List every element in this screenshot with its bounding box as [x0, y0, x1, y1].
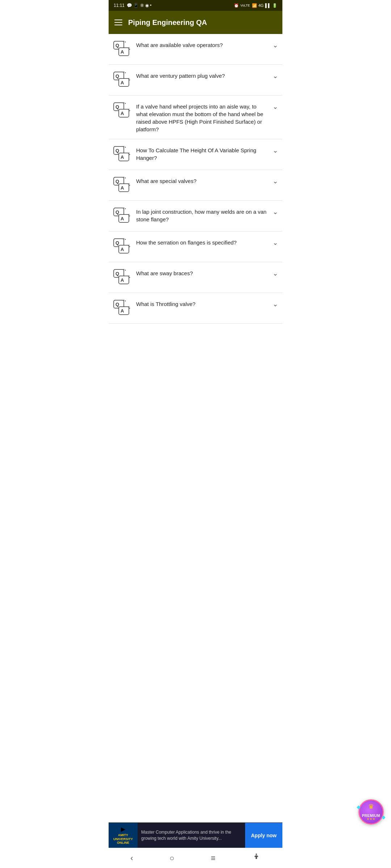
svg-point-16	[129, 80, 130, 81]
svg-text:Q: Q	[115, 43, 119, 48]
signal-icon: ▌▌	[265, 3, 271, 8]
qa-icon-5: Q A	[113, 176, 132, 195]
faq-question-4: How To Calculate The Height Of A Variabl…	[136, 145, 268, 162]
faq-item-3[interactable]: Q A If a valve hand wheel projects into …	[109, 95, 282, 139]
faq-item-8[interactable]: Q A What are sway braces?⌄	[109, 262, 282, 293]
svg-point-39	[129, 183, 130, 184]
status-right: ⏰ VoLTE 📶 4G ▌▌ 🔋	[234, 3, 277, 8]
home-icon: ○	[169, 854, 174, 863]
svg-point-56	[129, 246, 130, 247]
faq-item-2[interactable]: Q A What are ventury pattern plug valve?…	[109, 65, 282, 95]
menu-icon: ≡	[211, 854, 215, 863]
svg-point-24	[129, 110, 130, 111]
svg-point-73	[256, 854, 257, 855]
svg-text:A: A	[121, 111, 124, 116]
chevron-down-icon-6: ⌄	[273, 207, 278, 216]
qa-icon-1: Q A	[113, 40, 132, 59]
faq-item-9[interactable]: Q A What is Throttling valve?⌄	[109, 293, 282, 324]
svg-point-40	[129, 185, 130, 186]
svg-point-47	[129, 214, 130, 215]
svg-point-8	[129, 49, 130, 50]
faq-question-5: What are special valves?	[136, 176, 268, 185]
status-left: 11:11 💬 📱 ⑧ ◉ •	[114, 3, 152, 8]
svg-text:Q: Q	[115, 271, 119, 276]
ad-banner: ▶ AMITYUNIVERSITYONLINE Master Computer …	[109, 822, 282, 848]
qa-icon-8: Q A	[113, 268, 132, 287]
faq-item-7[interactable]: Q A How the serration on flanges is spec…	[109, 231, 282, 262]
qa-icon-6: Q A	[113, 207, 132, 225]
wifi-icon: 📶	[252, 3, 257, 8]
chevron-down-icon-3: ⌄	[273, 101, 278, 111]
svg-point-23	[129, 109, 130, 110]
faq-question-9: What is Throttling valve?	[136, 299, 268, 308]
status-time: 11:11	[114, 3, 125, 8]
svg-point-68	[125, 301, 126, 302]
svg-point-35	[123, 177, 125, 178]
svg-text:A: A	[121, 277, 124, 283]
apply-now-button[interactable]: Apply now	[245, 823, 282, 848]
faq-question-2: What are ventury pattern plug valve?	[136, 71, 268, 80]
svg-point-48	[129, 216, 130, 217]
svg-point-71	[129, 306, 130, 307]
chevron-down-icon-4: ⌄	[273, 145, 278, 154]
faq-item-1[interactable]: Q A What are available valve operators?⌄	[109, 34, 282, 65]
chevron-down-icon-8: ⌄	[273, 268, 278, 277]
svg-point-59	[123, 269, 125, 270]
svg-point-36	[125, 178, 126, 179]
ad-content-text: Master Computer Applications and thrive …	[138, 826, 245, 844]
svg-text:A: A	[121, 185, 124, 191]
svg-point-55	[129, 245, 130, 246]
svg-text:VoLTE: VoLTE	[240, 4, 250, 7]
svg-point-44	[125, 208, 126, 209]
qa-icon-9: Q A	[113, 299, 132, 318]
accessibility-button[interactable]	[246, 850, 266, 867]
accessibility-icon	[252, 853, 261, 864]
faq-question-1: What are available valve operators?	[136, 40, 268, 49]
home-button[interactable]: ○	[164, 851, 180, 866]
page-title: Piping Engineering QA	[128, 18, 207, 27]
svg-text:A: A	[121, 154, 124, 160]
svg-point-72	[129, 308, 130, 309]
alarm-icon: ⏰	[234, 3, 239, 8]
menu-button[interactable]: ≡	[205, 851, 221, 866]
ad-logo: ▶ AMITYUNIVERSITYONLINE	[109, 823, 138, 848]
hamburger-menu-button[interactable]	[114, 20, 122, 25]
svg-text:A: A	[121, 80, 124, 85]
svg-point-20	[125, 103, 126, 104]
svg-point-43	[123, 208, 125, 209]
faq-item-6[interactable]: Q A In lap joint construction, how many …	[109, 201, 282, 231]
faq-item-4[interactable]: Q A How To Calculate The Height Of A Var…	[109, 139, 282, 170]
svg-text:A: A	[121, 49, 124, 55]
svg-text:Q: Q	[115, 209, 119, 215]
ad-logo-text: AMITYUNIVERSITYONLINE	[113, 833, 133, 845]
svg-point-7	[129, 47, 130, 48]
faq-question-8: What are sway braces?	[136, 268, 268, 277]
faq-list: Q A What are available valve operators?⌄…	[109, 34, 282, 822]
back-icon: ‹	[130, 854, 133, 863]
qa-icon-4: Q A	[113, 145, 132, 164]
svg-point-11	[123, 72, 125, 73]
svg-point-3	[123, 41, 125, 42]
svg-text:Q: Q	[115, 148, 119, 153]
svg-point-60	[125, 270, 126, 271]
status-bar: 11:11 💬 📱 ⑧ ◉ • ⏰ VoLTE 📶 4G ▌▌ 🔋	[109, 0, 282, 11]
bottom-navigation: ‹ ○ ≡	[109, 848, 282, 868]
svg-text:Q: Q	[115, 302, 119, 307]
network-4g: 4G	[258, 3, 264, 8]
qa-icon-7: Q A	[113, 237, 132, 256]
svg-text:Q: Q	[115, 73, 119, 79]
ad-logo-play-icon: ▶	[121, 826, 125, 833]
back-button[interactable]: ‹	[125, 851, 139, 866]
svg-text:Q: Q	[115, 104, 119, 110]
svg-text:Q: Q	[115, 179, 119, 184]
svg-point-15	[129, 78, 130, 79]
svg-point-67	[123, 300, 125, 301]
svg-point-27	[123, 146, 125, 147]
chevron-down-icon-9: ⌄	[273, 299, 278, 308]
faq-item-5[interactable]: Q A What are special valves?⌄	[109, 170, 282, 201]
svg-text:A: A	[121, 308, 124, 314]
battery-icon: 🔋	[272, 3, 277, 8]
svg-point-52	[125, 239, 126, 240]
faq-question-7: How the serration on flanges is specifie…	[136, 237, 268, 246]
svg-point-63	[129, 276, 130, 277]
